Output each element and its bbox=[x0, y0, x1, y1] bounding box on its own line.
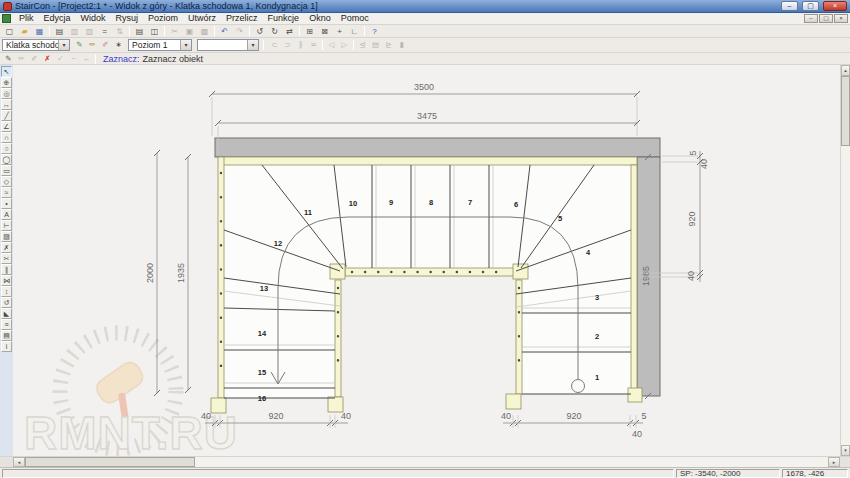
trim-tool[interactable]: ✂ bbox=[1, 253, 12, 264]
cut-icon[interactable]: ✂ bbox=[167, 26, 182, 37]
layers-tool[interactable]: ≡ bbox=[1, 319, 12, 330]
properties-tool[interactable]: ▤ bbox=[1, 330, 12, 341]
step-next-icon[interactable]: ▷ bbox=[338, 40, 351, 50]
polyline-tool[interactable]: ∠ bbox=[1, 121, 12, 132]
rotate-tool[interactable]: ↺ bbox=[1, 297, 12, 308]
copy-icon[interactable]: ▣ bbox=[182, 26, 197, 37]
zoom-window-icon[interactable]: ⊞ bbox=[302, 26, 317, 37]
pan-icon[interactable]: + bbox=[332, 26, 347, 37]
ellipse-tool[interactable]: ◯ bbox=[1, 154, 12, 165]
new-icon[interactable]: ▢ bbox=[2, 26, 17, 37]
corner-icon[interactable]: ∟ bbox=[347, 26, 362, 37]
scroll-left-icon[interactable]: ◂ bbox=[13, 457, 25, 467]
menu-widok[interactable]: Widok bbox=[76, 13, 111, 24]
equalize-icon[interactable]: = bbox=[97, 26, 112, 37]
draw-free-icon[interactable]: ✐ bbox=[28, 54, 41, 64]
vertical-scroll-track[interactable] bbox=[841, 146, 850, 445]
select-tool[interactable]: ↖ bbox=[1, 66, 12, 77]
move-tool[interactable]: ↕ bbox=[1, 286, 12, 297]
remove-icon[interactable]: − bbox=[67, 54, 80, 64]
rotate-right-icon[interactable]: ↻ bbox=[267, 26, 282, 37]
dimension-tool[interactable]: ⊢ bbox=[1, 220, 12, 231]
mdi-restore-icon[interactable]: ▢ bbox=[819, 14, 833, 23]
level-copy-icon[interactable]: ▥ bbox=[67, 26, 82, 37]
zoom-tool[interactable]: ◎ bbox=[1, 88, 12, 99]
align-left-icon[interactable]: ⊂ bbox=[268, 40, 281, 50]
arc-tool[interactable]: ∩ bbox=[1, 132, 12, 143]
scroll-right-icon[interactable]: ▸ bbox=[828, 457, 840, 467]
horizontal-scroll-thumb[interactable] bbox=[25, 457, 195, 467]
swap-icon[interactable]: ⇄ bbox=[282, 26, 297, 37]
accept-icon[interactable]: ✓ bbox=[54, 54, 67, 64]
menu-funkcje[interactable]: Funkcje bbox=[263, 13, 305, 24]
info-tool[interactable]: i bbox=[1, 341, 12, 352]
rotate-left-icon[interactable]: ↺ bbox=[252, 26, 267, 37]
level-paste-icon[interactable]: ▥ bbox=[82, 26, 97, 37]
empty-select[interactable]: ▾ bbox=[197, 39, 259, 51]
menu-edycja[interactable]: Edycja bbox=[39, 13, 76, 24]
close-icon[interactable]: × bbox=[823, 1, 847, 11]
horizontal-scrollbar[interactable]: ◂ ▸ bbox=[0, 456, 850, 467]
snap-solid-icon[interactable]: ▮ bbox=[395, 40, 408, 50]
scroll-down-icon[interactable]: ▾ bbox=[841, 445, 850, 456]
vertical-scrollbar[interactable]: ▴ ▾ bbox=[840, 65, 850, 456]
point-tool[interactable]: • bbox=[1, 198, 12, 209]
menu-przelicz[interactable]: Przelicz bbox=[221, 13, 263, 24]
circle-tool[interactable]: ○ bbox=[1, 143, 12, 154]
help-icon[interactable]: ? bbox=[367, 26, 382, 37]
horizontal-scroll-track[interactable] bbox=[195, 457, 828, 467]
menu-pomoc[interactable]: Pomoc bbox=[336, 13, 374, 24]
draw-icon[interactable]: ✎ bbox=[2, 54, 15, 64]
chevron-down-icon[interactable]: ▾ bbox=[58, 40, 69, 50]
menu-utworz[interactable]: Utwórz bbox=[183, 13, 221, 24]
settings-icon[interactable]: ∗ bbox=[112, 40, 125, 50]
align-equal-icon[interactable]: ≍ bbox=[307, 40, 320, 50]
cancel-icon[interactable]: ✗ bbox=[41, 54, 54, 64]
staircase-select[interactable]: Klatka schodowa 1 ▾ bbox=[2, 39, 70, 51]
menu-poziom[interactable]: Poziom bbox=[143, 13, 183, 24]
scale-tool[interactable]: ◣ bbox=[1, 308, 12, 319]
edit-staircase-icon[interactable]: ✎ bbox=[73, 40, 86, 50]
open-icon[interactable]: ▰ bbox=[17, 26, 32, 37]
insert-rows-icon[interactable]: ⇅ bbox=[112, 26, 127, 37]
offset-tool[interactable]: ∥ bbox=[1, 264, 12, 275]
snap-end-icon[interactable]: ⊵ bbox=[382, 40, 395, 50]
scroll-up-icon[interactable]: ▴ bbox=[841, 65, 850, 76]
stair-grid-icon[interactable]: ▤ bbox=[52, 26, 67, 37]
save-icon[interactable]: ▦ bbox=[32, 26, 47, 37]
redo-icon[interactable]: ↷ bbox=[232, 26, 247, 37]
edit-params-icon[interactable]: ✐ bbox=[99, 40, 112, 50]
back-icon[interactable]: ← bbox=[80, 54, 93, 64]
drawing-canvas[interactable]: RMNT.RU bbox=[13, 65, 840, 456]
erase-tool[interactable]: ✗ bbox=[1, 242, 12, 253]
text-tool[interactable]: A bbox=[1, 209, 12, 220]
polygon-tool[interactable]: ◇ bbox=[1, 176, 12, 187]
edit-level-icon[interactable]: ✏ bbox=[86, 40, 99, 50]
paste-icon[interactable]: ▩ bbox=[197, 26, 212, 37]
pan-tool[interactable]: ⊕ bbox=[1, 77, 12, 88]
draw-ortho-icon[interactable]: ✏ bbox=[15, 54, 28, 64]
undo-icon[interactable]: ↶ bbox=[217, 26, 232, 37]
print-icon[interactable]: ▤ bbox=[132, 26, 147, 37]
rectangle-tool[interactable]: ▭ bbox=[1, 165, 12, 176]
spline-tool[interactable]: ≈ bbox=[1, 187, 12, 198]
measure-tool[interactable]: ↔ bbox=[1, 99, 12, 110]
line-tool[interactable]: ╱ bbox=[1, 110, 12, 121]
menu-okno[interactable]: Okno bbox=[304, 13, 336, 24]
align-parallel-icon[interactable]: ∥ bbox=[294, 40, 307, 50]
maximize-icon[interactable]: ▢ bbox=[802, 1, 819, 11]
menu-rysuj[interactable]: Rysuj bbox=[111, 13, 144, 24]
hatch-tool[interactable]: ▨ bbox=[1, 231, 12, 242]
mdi-close-icon[interactable]: × bbox=[834, 14, 848, 23]
minimize-icon[interactable]: – bbox=[781, 1, 798, 11]
chevron-down-icon[interactable]: ▾ bbox=[180, 40, 191, 50]
snap-start-icon[interactable]: ⊴ bbox=[356, 40, 369, 50]
step-prev-icon[interactable]: ◁ bbox=[325, 40, 338, 50]
mirror-tool[interactable]: ⋈ bbox=[1, 275, 12, 286]
align-right-icon[interactable]: ⊃ bbox=[281, 40, 294, 50]
vertical-scroll-thumb[interactable] bbox=[841, 76, 850, 146]
menu-plik[interactable]: Plik bbox=[14, 13, 39, 24]
mdi-minimize-icon[interactable]: – bbox=[804, 14, 818, 23]
snap-mid-icon[interactable]: ▤ bbox=[369, 40, 382, 50]
zoom-extents-icon[interactable]: ⊠ bbox=[317, 26, 332, 37]
